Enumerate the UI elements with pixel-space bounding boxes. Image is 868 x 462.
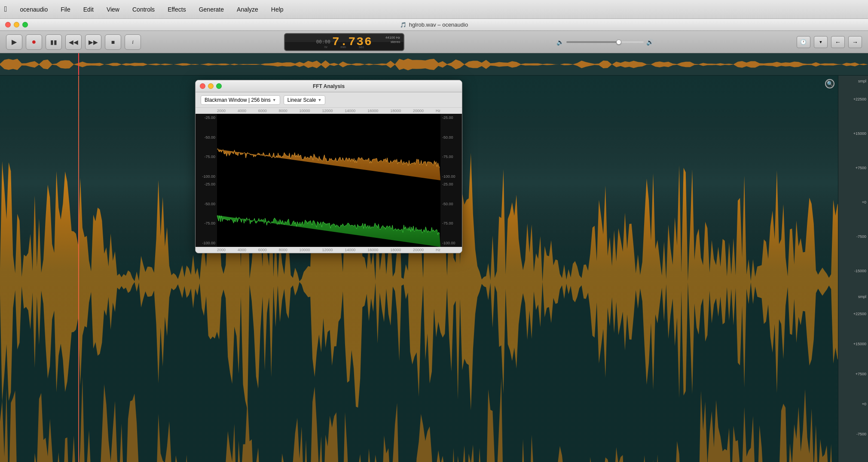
fft-title: FFT Analysis — [313, 83, 345, 89]
zoom-search-icon[interactable]: 🔍 — [825, 79, 834, 88]
window-title: 🎵 hglrob.wav – ocenaudio — [400, 21, 468, 28]
fft-x-14000-bot: 14000 — [345, 248, 355, 252]
fft-x-8000-bot: 8000 — [279, 248, 287, 252]
stop-button[interactable]: ■ — [105, 34, 121, 50]
playhead-overview — [78, 53, 79, 75]
menu-file[interactable]: File — [58, 5, 73, 14]
volume-slider[interactable] — [566, 41, 644, 43]
fft-maximize-button[interactable] — [216, 83, 222, 89]
menu-ocenaudio[interactable]: ocenaudio — [18, 5, 51, 14]
menu-help[interactable]: Help — [269, 5, 286, 14]
right-controls: 🕐 ▼ ← → — [797, 36, 862, 48]
fft-x-axis-top: 2000 4000 6000 8000 10000 12000 14000 16… — [196, 108, 462, 114]
fft-x-2000-top: 2000 — [217, 109, 226, 113]
volume-control: 🔈 🔊 — [556, 39, 654, 46]
time-label-min: min — [340, 45, 346, 49]
time-label-hr: hr — [324, 45, 327, 49]
menu-analyze[interactable]: Analyze — [234, 5, 261, 14]
scale-label-7500-bot: +7500 — [856, 372, 866, 376]
fft-minimize-button[interactable] — [208, 83, 214, 89]
zoom-out-button[interactable]: → — [848, 36, 862, 48]
close-button[interactable] — [5, 22, 11, 27]
scale-arrow-icon: ▼ — [318, 98, 322, 102]
fft-channel2-plot — [217, 180, 440, 247]
fft-x-20000-bot: 20000 — [413, 248, 424, 252]
fft-x-14000-top: 14000 — [345, 109, 355, 113]
time-labels: hr min sec — [324, 45, 364, 49]
fft-y--100-bot-left: -100.00 — [197, 241, 215, 245]
window-title-text: hglrob.wav – ocenaudio — [409, 21, 468, 28]
menu-edit[interactable]: Edit — [81, 5, 96, 14]
menu-view[interactable]: View — [104, 5, 122, 14]
waveform-area: smpl +22500 +15000 +7500 +0 -7500 -15000… — [0, 53, 868, 462]
fft-y--75-bot-left: -75.00 — [197, 221, 215, 225]
file-icon: 🎵 — [400, 22, 406, 28]
volume-thumb[interactable] — [616, 40, 621, 45]
play-button[interactable]: ▶ — [6, 34, 22, 50]
window-type-dropdown[interactable]: Blackman Window | 256 bins ▼ — [201, 95, 280, 105]
record-button[interactable]: ● — [26, 34, 42, 50]
fft-channel1-canvas — [217, 114, 440, 180]
scale-label-0-top: +0 — [862, 200, 866, 204]
menu-generate[interactable]: Generate — [196, 5, 226, 14]
main-waveform[interactable]: smpl +22500 +15000 +7500 +0 -7500 -15000… — [0, 76, 868, 462]
time-label-sec: sec — [359, 45, 364, 49]
fft-y--25-top-left: -25.00 — [197, 116, 215, 120]
fft-x-hz-bot: Hz — [436, 248, 440, 252]
fft-y--100-top-left: -100.00 — [197, 174, 215, 179]
maximize-button[interactable] — [22, 22, 28, 27]
fft-y--100-top-right: -100.00 — [442, 174, 460, 179]
fft-x-10000-top: 10000 — [300, 109, 310, 113]
fft-x-12000-top: 12000 — [322, 109, 333, 113]
fft-x-20000-top: 20000 — [413, 109, 424, 113]
fft-y--75-bot-right: -75.00 — [442, 221, 460, 225]
fft-x-axis-bottom: 2000 4000 6000 8000 10000 12000 14000 16… — [196, 247, 462, 253]
fft-channel1-row: -25.00 -50.00 -75.00 -100.00 — [196, 114, 462, 180]
magnifier-icon: 🔍 — [827, 81, 833, 87]
minimize-button[interactable] — [14, 22, 19, 27]
scale-label-15000-bot: +15000 — [853, 342, 866, 346]
scale-label--15000: -15000 — [854, 269, 866, 273]
fft-channel1-plot — [217, 114, 440, 180]
fft-traffic-lights — [200, 83, 222, 89]
clock-button[interactable]: 🕐 — [797, 36, 810, 48]
info-button[interactable]: i — [125, 34, 141, 50]
scale-label--7500-bot: -7500 — [856, 432, 866, 436]
zoom-in-button[interactable]: ← — [831, 36, 845, 48]
apple-menu-icon[interactable]:  — [4, 5, 7, 14]
fft-y-axis-right-top: -25.00 -50.00 -75.00 -100.00 — [440, 114, 462, 180]
scale-label--7500-top: -7500 — [856, 234, 866, 239]
time-display: 00:00 7.736 44100 Hz stereo hr min sec — [284, 33, 404, 51]
fft-titlebar: FFT Analysis — [196, 80, 462, 92]
fft-y-axis-right-bot: -25.00 -50.00 -75.00 -100.00 — [440, 180, 462, 247]
fft-channel2-row: -25.00 -50.00 -75.00 -100.00 — [196, 180, 462, 247]
small-time: 00:00 — [316, 39, 330, 45]
volume-high-icon: 🔊 — [646, 39, 654, 46]
fft-x-10000-bot: 10000 — [300, 248, 310, 252]
fft-x-8000-top: 8000 — [279, 109, 287, 113]
rewind-button[interactable]: ◀◀ — [65, 34, 82, 50]
fft-y--50-top-right: -50.00 — [442, 135, 460, 140]
menubar:  ocenaudio File Edit View Controls Effe… — [0, 0, 868, 19]
overview-strip — [0, 53, 868, 76]
scale-label-22500-bot: +22500 — [853, 312, 866, 316]
clock-dropdown[interactable]: ▼ — [814, 36, 828, 48]
fft-x-18000-bot: 18000 — [390, 248, 401, 252]
menu-controls[interactable]: Controls — [130, 5, 157, 14]
fft-x-4000-top: 4000 — [238, 109, 246, 113]
fast-forward-button[interactable]: ▶▶ — [85, 34, 101, 50]
sample-rate: 44100 Hz — [385, 36, 400, 40]
fft-toolbar: Blackman Window | 256 bins ▼ Linear Scal… — [196, 92, 462, 108]
scale-label-7500-top: +7500 — [856, 166, 866, 170]
fft-x-16000-top: 16000 — [367, 109, 378, 113]
menu-effects[interactable]: Effects — [165, 5, 189, 14]
fft-close-button[interactable] — [200, 83, 205, 89]
toolbar: ▶ ● ▮▮ ◀◀ ▶▶ ■ i 00:00 7.736 44100 Hz st… — [0, 31, 868, 53]
fft-x-18000-top: 18000 — [390, 109, 401, 113]
window-type-arrow-icon: ▼ — [272, 98, 276, 102]
scale-dropdown[interactable]: Linear Scale ▼ — [284, 95, 326, 105]
fft-y--75-top-right: -75.00 — [442, 155, 460, 159]
overview-waveform-canvas — [0, 53, 868, 76]
pause-button[interactable]: ▮▮ — [46, 34, 62, 50]
fft-x-12000-bot: 12000 — [322, 248, 333, 252]
